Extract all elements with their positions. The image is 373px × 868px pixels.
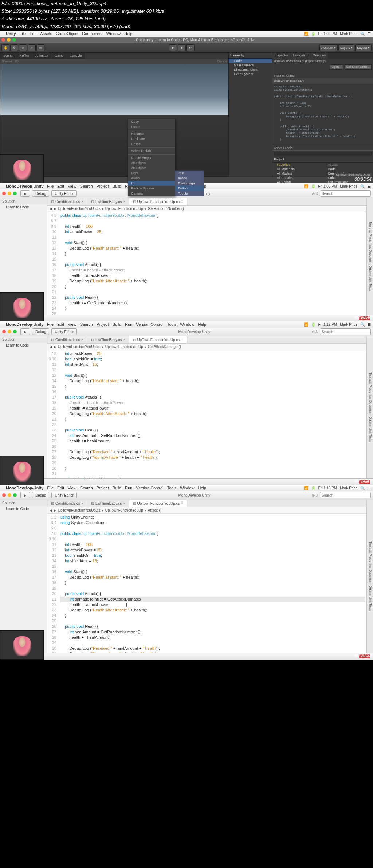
tab-conditionals[interactable]: ⊡Conditionals.cs× bbox=[47, 198, 87, 205]
tab-listtimebaby[interactable]: ⊡ListTimeBaby.cs× bbox=[87, 500, 129, 507]
inspector-tab[interactable]: Inspector bbox=[272, 53, 290, 59]
menu-help[interactable]: Help bbox=[198, 322, 206, 327]
battery-icon[interactable]: 🔋 bbox=[311, 322, 315, 327]
ctx-sub-text[interactable]: Text bbox=[175, 171, 204, 176]
proj-favorites[interactable]: Favorites bbox=[272, 163, 322, 167]
2d-toggle[interactable]: 2D bbox=[15, 60, 19, 63]
step-button[interactable]: ⏭ bbox=[186, 44, 195, 51]
menu-file[interactable]: File bbox=[47, 322, 54, 327]
run-button[interactable]: ▶ bbox=[20, 492, 30, 498]
navigation-tab[interactable]: Navigation bbox=[291, 53, 311, 59]
scale-tool[interactable]: ⤢ bbox=[28, 44, 36, 51]
search-icon[interactable]: 🔍 bbox=[360, 322, 365, 327]
gizmos-toggle[interactable]: Gizmos bbox=[217, 60, 227, 63]
proj-materials[interactable]: All Materials bbox=[272, 167, 322, 171]
menu-icon[interactable]: ☰ bbox=[368, 322, 371, 327]
exec-order-button[interactable]: Execution Order... bbox=[345, 64, 372, 70]
menu-project[interactable]: Project bbox=[97, 322, 109, 327]
game-tab[interactable]: Game bbox=[52, 53, 67, 59]
menu-window[interactable]: Window bbox=[180, 322, 194, 327]
menu-version-control[interactable]: Version Control bbox=[136, 486, 163, 490]
config-dropdown[interactable]: Debug bbox=[32, 190, 49, 197]
account-dropdown[interactable]: Account ▾ bbox=[319, 44, 338, 51]
wifi-icon[interactable]: 📶 bbox=[304, 322, 308, 327]
traffic-lights[interactable] bbox=[2, 192, 17, 195]
ctx-paste[interactable]: Paste bbox=[128, 124, 175, 129]
shading-mode[interactable]: Shaded bbox=[2, 60, 12, 63]
menu-tools[interactable]: Tools bbox=[167, 322, 177, 327]
proj-prefabs[interactable]: All Prefabs bbox=[272, 176, 322, 180]
target-dropdown[interactable]: Unity Editor bbox=[51, 328, 77, 335]
menu-window[interactable]: Window bbox=[106, 31, 121, 36]
ctx-rename[interactable]: Rename bbox=[128, 131, 175, 136]
menu-gameobject[interactable]: GameObject bbox=[56, 31, 78, 36]
traffic-lights[interactable] bbox=[2, 330, 17, 333]
tab-conditionals[interactable]: ⊡Conditionals.cs× bbox=[47, 336, 87, 343]
menu-run[interactable]: Run bbox=[125, 322, 132, 327]
ctx-copy[interactable]: Copy bbox=[128, 119, 175, 124]
menu-edit[interactable]: Edit bbox=[57, 486, 64, 490]
layers-dropdown[interactable]: Layers ▾ bbox=[338, 44, 355, 51]
layout-dropdown[interactable]: Layout ▾ bbox=[355, 44, 372, 51]
ctx-ui[interactable]: UI bbox=[128, 181, 175, 186]
right-sidebar[interactable]: Toolbox Properties Document Outline Unit… bbox=[366, 500, 373, 653]
traffic-lights[interactable] bbox=[2, 493, 17, 497]
hand-tool[interactable]: ✋ bbox=[1, 44, 9, 51]
wifi-icon[interactable]: 📶 bbox=[304, 486, 308, 490]
menu-search[interactable]: Search bbox=[80, 322, 93, 327]
menu-component[interactable]: Component bbox=[82, 31, 103, 36]
menu-build[interactable]: Build bbox=[113, 184, 121, 188]
tab-uptownfunctionyouup[interactable]: ⊡UpTownFunctionYouUp.cs× bbox=[129, 336, 187, 343]
search-icon[interactable]: 🔍 bbox=[360, 486, 365, 490]
right-sidebar[interactable]: Toolbox Properties Document Outline Unit… bbox=[366, 198, 373, 315]
code-editor[interactable]: using UnityEngine; using System.Collecti… bbox=[59, 514, 366, 653]
solution-item[interactable]: Learn to Code bbox=[0, 343, 47, 348]
services-tab[interactable]: Services bbox=[311, 53, 328, 59]
menu-edit[interactable]: Edit bbox=[57, 322, 64, 327]
rect-tool[interactable]: ▭ bbox=[36, 44, 44, 51]
clock[interactable]: Fri 1:00 PM bbox=[318, 32, 337, 36]
code-editor[interactable]: int attackPower = 25; bool shieldOn = tr… bbox=[59, 350, 366, 478]
menu-version-control[interactable]: Version Control bbox=[136, 322, 163, 327]
clock[interactable]: Fri 1:18 PM bbox=[318, 486, 337, 490]
ctx-light[interactable]: Light bbox=[128, 171, 175, 176]
menu-icon[interactable]: ☰ bbox=[368, 32, 371, 36]
config-dropdown[interactable]: Debug bbox=[32, 328, 49, 335]
play-button[interactable]: ▶ bbox=[169, 44, 177, 51]
menu-tools[interactable]: Tools bbox=[167, 486, 177, 490]
code-editor[interactable]: public class UpTownFunctionYouUp : MonoB… bbox=[59, 212, 366, 315]
tab-listtimebaby[interactable]: ⊡ListTimeBaby.cs× bbox=[87, 336, 129, 343]
menu-edit[interactable]: Edit bbox=[30, 31, 36, 36]
ctx-particle[interactable]: Particle System bbox=[128, 186, 175, 191]
tab-uptownfunctionyouup[interactable]: ⊡UpTownFunctionYouUp.cs× bbox=[129, 500, 187, 507]
menu-help[interactable]: Help bbox=[124, 31, 133, 36]
ctx-sub-raw[interactable]: Raw Image bbox=[175, 181, 204, 186]
open-button[interactable]: Open... bbox=[330, 64, 343, 70]
hier-camera[interactable]: Main Camera bbox=[229, 63, 272, 67]
target-dropdown[interactable]: Unity Editor bbox=[51, 190, 77, 197]
menu-file[interactable]: File bbox=[47, 184, 54, 188]
ctx-duplicate[interactable]: Duplicate bbox=[128, 136, 175, 141]
pause-button[interactable]: ⏸ bbox=[178, 44, 186, 51]
search-input[interactable] bbox=[320, 492, 371, 498]
menu-window[interactable]: Window bbox=[180, 486, 194, 490]
right-sidebar[interactable]: Toolbox Properties Document Outline Unit… bbox=[366, 336, 373, 478]
ctx-camera[interactable]: Camera bbox=[128, 191, 175, 196]
asset-label-field[interactable] bbox=[274, 152, 372, 155]
search-input[interactable] bbox=[320, 328, 371, 335]
ctx-3d-object[interactable]: 3D Object bbox=[128, 160, 175, 165]
run-button[interactable]: ▶ bbox=[20, 328, 30, 335]
rotate-tool[interactable]: ↻ bbox=[19, 44, 27, 51]
menu-project[interactable]: Project bbox=[97, 184, 109, 188]
user-name[interactable]: Mark Price bbox=[340, 184, 357, 188]
menu-icon[interactable]: ☰ bbox=[368, 486, 371, 490]
hier-eventsystem[interactable]: EventSystem bbox=[229, 72, 272, 76]
battery-icon[interactable]: 🔋 bbox=[311, 184, 315, 188]
hier-light[interactable]: Directional Light bbox=[229, 67, 272, 72]
clock[interactable]: Fri 1:06 PM bbox=[318, 184, 337, 188]
config-dropdown[interactable]: Debug bbox=[32, 492, 49, 498]
tab-uptownfunctionyouup[interactable]: ⊡UpTownFunctionYouUp.cs× bbox=[129, 198, 187, 205]
scene-tab[interactable]: Scene bbox=[0, 53, 16, 59]
run-button[interactable]: ▶ bbox=[20, 190, 30, 197]
menu-build[interactable]: Build bbox=[113, 322, 121, 327]
